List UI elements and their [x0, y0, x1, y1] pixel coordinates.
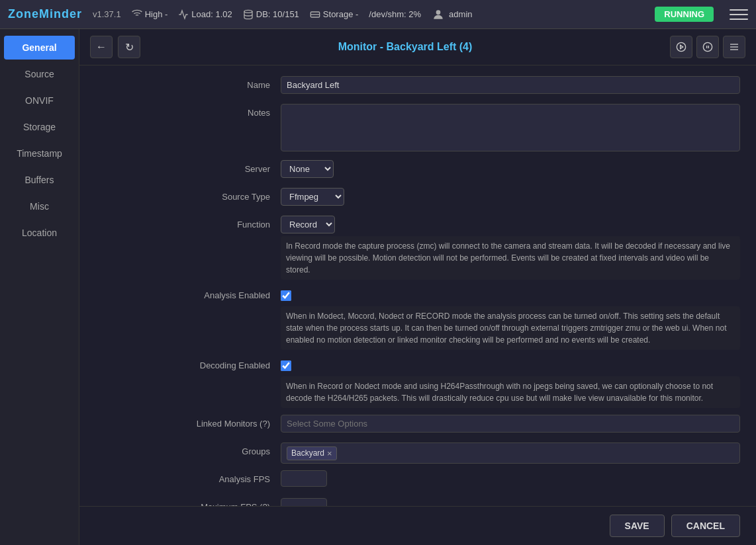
decoding-enabled-checkbox[interactable] — [281, 360, 291, 371]
wifi-icon — [132, 9, 142, 20]
cancel-button[interactable]: CANCEL — [671, 515, 740, 537]
decoding-enabled-label: Decoding Enabled — [95, 356, 281, 370]
page-title: Monitor - Backyard Left (4) — [146, 41, 665, 53]
running-status: RUNNING — [655, 7, 714, 22]
groups-control: Backyard × — [281, 442, 740, 464]
shm-label: /dev/shm: 2% — [369, 9, 421, 19]
sidebar: General Source ONVIF Storage Timestamp B… — [0, 29, 79, 545]
function-select[interactable]: None Monitor Modect Record Mocord Nodect — [281, 216, 335, 233]
groups-row: Groups Backyard × — [95, 442, 740, 464]
topbar: ZoneMinder v1.37.1 High - Load: 1.02 DB:… — [0, 0, 756, 29]
analysis-enabled-description: When in Modect, Mocord, Nodect or RECORD… — [281, 306, 740, 350]
content-area: ← ↻ Monitor - Backyard Left (4) Name — [79, 29, 756, 545]
form-area: Name Notes Server None — [79, 65, 756, 506]
group-tag-remove[interactable]: × — [327, 448, 332, 458]
topbar-admin[interactable]: admin — [432, 8, 472, 21]
chart-icon — [178, 9, 189, 20]
notes-control — [281, 104, 740, 153]
server-row: Server None — [95, 160, 740, 181]
topbar-high[interactable]: High - — [132, 9, 168, 20]
db-label: DB: 10/151 — [256, 9, 299, 19]
svg-point-4 — [677, 42, 685, 51]
db-icon — [243, 9, 254, 20]
high-label: High - — [145, 9, 168, 19]
decoding-enabled-description: When in Record or Nodect mode and using … — [281, 376, 740, 408]
name-control — [281, 76, 740, 94]
analysis-enabled-checkbox[interactable] — [281, 290, 291, 301]
source-type-row: Source Type Ffmpeg LibVLC cURL NVSocket … — [95, 188, 740, 209]
user-icon — [432, 8, 445, 21]
list-button[interactable] — [723, 36, 745, 58]
stream-button-2[interactable] — [696, 36, 719, 58]
maximum-fps-row: Maximum FPS (?) — [95, 498, 740, 506]
notes-label: Notes — [95, 104, 281, 118]
maximum-fps-input[interactable] — [281, 498, 327, 506]
analysis-enabled-control: When in Modect, Mocord, Nodect or RECORD… — [281, 286, 740, 350]
header-actions — [670, 36, 745, 58]
analysis-enabled-row: Analysis Enabled When in Modect, Mocord,… — [95, 286, 740, 350]
storage-label: Storage - — [323, 9, 358, 19]
groups-input[interactable]: Backyard × — [281, 442, 740, 464]
linked-monitors-control — [281, 415, 740, 433]
svg-point-0 — [244, 10, 252, 13]
source-type-control: Ffmpeg LibVLC cURL NVSocket Local Remote… — [281, 188, 740, 206]
decoding-enabled-row: Decoding Enabled When in Record or Nodec… — [95, 356, 740, 408]
groups-label: Groups — [95, 442, 281, 456]
server-control: None — [281, 160, 740, 178]
topbar-shm: /dev/shm: 2% — [369, 9, 421, 19]
maximum-fps-label: Maximum FPS (?) — [95, 498, 281, 506]
function-label: Function — [95, 216, 281, 230]
load-label: Load: 1.02 — [191, 9, 232, 19]
function-description: In Record mode the capture process (zmc)… — [281, 236, 740, 280]
function-control: None Monitor Modect Record Mocord Nodect… — [281, 216, 740, 280]
analysis-fps-input[interactable] — [281, 470, 327, 487]
sidebar-item-misc[interactable]: Misc — [4, 194, 75, 218]
name-row: Name — [95, 76, 740, 97]
sidebar-item-general[interactable]: General — [4, 36, 75, 60]
app-brand: ZoneMinder — [8, 7, 82, 21]
svg-point-3 — [436, 10, 441, 15]
app-version: v1.37.1 — [93, 9, 121, 19]
linked-monitors-input[interactable] — [281, 415, 740, 433]
analysis-enabled-label: Analysis Enabled — [95, 286, 281, 300]
storage-icon — [310, 9, 320, 20]
group-tag-label: Backyard — [291, 448, 324, 458]
topbar-load: Load: 1.02 — [178, 9, 232, 20]
sidebar-item-storage[interactable]: Storage — [4, 115, 75, 139]
linked-monitors-label: Linked Monitors (?) — [95, 415, 281, 429]
sidebar-item-onvif[interactable]: ONVIF — [4, 89, 75, 112]
refresh-button[interactable]: ↻ — [118, 36, 140, 58]
prev-button[interactable]: ← — [90, 36, 113, 58]
name-label: Name — [95, 76, 281, 90]
topbar-db: DB: 10/151 — [243, 9, 299, 20]
group-tag-backyard: Backyard × — [287, 446, 337, 460]
sidebar-item-timestamp[interactable]: Timestamp — [4, 142, 75, 165]
notes-input[interactable] — [281, 104, 740, 151]
sidebar-item-source[interactable]: Source — [4, 62, 75, 86]
svg-marker-5 — [681, 45, 683, 48]
hamburger-menu[interactable] — [730, 5, 748, 24]
name-input[interactable] — [281, 76, 740, 94]
analysis-fps-row: Analysis FPS — [95, 470, 740, 491]
function-row: Function None Monitor Modect Record Moco… — [95, 216, 740, 280]
sidebar-item-buffers[interactable]: Buffers — [4, 168, 75, 192]
main-layout: General Source ONVIF Storage Timestamp B… — [0, 29, 756, 545]
admin-label: admin — [449, 9, 472, 19]
stream-button-1[interactable] — [670, 36, 692, 58]
server-select[interactable]: None — [281, 160, 334, 178]
maximum-fps-control — [281, 498, 740, 506]
source-type-label: Source Type — [95, 188, 281, 202]
save-button[interactable]: SAVE — [610, 515, 665, 537]
content-header: ← ↻ Monitor - Backyard Left (4) — [79, 29, 756, 65]
topbar-storage[interactable]: Storage - — [310, 9, 358, 20]
sidebar-item-location[interactable]: Location — [4, 221, 75, 245]
linked-monitors-row: Linked Monitors (?) — [95, 415, 740, 436]
notes-row: Notes — [95, 104, 740, 153]
source-type-select[interactable]: Ffmpeg LibVLC cURL NVSocket Local Remote… — [281, 188, 344, 206]
decoding-enabled-control: When in Record or Nodect mode and using … — [281, 356, 740, 408]
analysis-fps-label: Analysis FPS — [95, 470, 281, 484]
analysis-fps-control — [281, 470, 740, 487]
form-footer: SAVE CANCEL — [79, 506, 756, 545]
server-label: Server — [95, 160, 281, 174]
svg-point-6 — [703, 42, 712, 51]
